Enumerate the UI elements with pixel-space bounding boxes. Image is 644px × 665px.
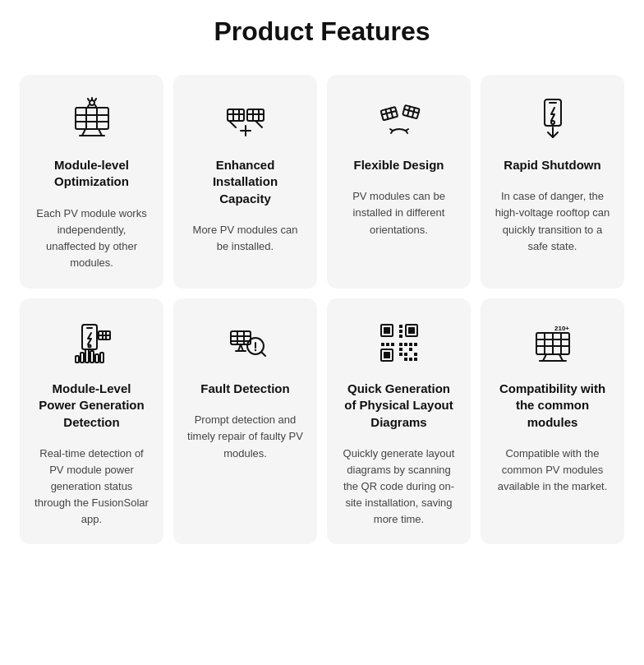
svg-rect-81: [414, 358, 417, 361]
svg-line-27: [381, 111, 395, 115]
card-fault-detection-title: Fault Detection: [200, 381, 289, 397]
svg-rect-83: [399, 330, 402, 333]
features-grid: Module-level Optimization Each PV module…: [16, 72, 628, 547]
card-quick-generation-desc: Quickly generate layout diagrams by scan…: [340, 446, 458, 529]
svg-point-8: [90, 100, 94, 105]
enhanced-install-icon: [221, 95, 270, 144]
module-optimize-icon: [67, 95, 117, 144]
card-module-level-power-title: Module-Level Power Generation Detection: [33, 381, 150, 431]
card-fault-detection: Fault Detection Prompt detection and tim…: [173, 298, 317, 544]
svg-point-40: [88, 345, 90, 348]
card-module-level-optimization-desc: Each PV module works independently, unaf…: [33, 206, 150, 272]
svg-rect-72: [409, 343, 412, 346]
svg-line-11: [95, 105, 96, 107]
svg-rect-70: [399, 343, 402, 346]
rapid-shutdown-icon: [528, 95, 577, 144]
svg-rect-46: [76, 356, 79, 363]
svg-line-5: [82, 129, 85, 136]
svg-rect-71: [404, 343, 407, 346]
svg-rect-65: [384, 327, 390, 334]
card-quick-generation-title: Quick Generation of Physical Layout Diag…: [340, 381, 458, 431]
svg-line-25: [255, 121, 262, 127]
svg-rect-85: [381, 343, 384, 346]
svg-line-63: [261, 352, 265, 356]
card-enhanced-installation-desc: More PV modules can be installed.: [186, 222, 304, 255]
card-enhanced-installation: Enhanced Installation Capacity More PV m…: [173, 75, 317, 289]
layout-diagram-icon: [375, 318, 424, 367]
fault-detect-icon: [221, 318, 270, 367]
svg-line-6: [99, 129, 102, 136]
flexible-design-icon: [375, 95, 424, 144]
svg-rect-67: [408, 327, 415, 334]
card-compatibility-desc: Compatible with the common PV modules av…: [494, 446, 611, 495]
card-fault-detection-desc: Prompt detection and timely repair of fa…: [186, 412, 304, 461]
svg-line-10: [95, 99, 96, 100]
card-quick-generation: Quick Generation of Physical Layout Diag…: [327, 298, 471, 544]
svg-line-94: [543, 354, 546, 361]
svg-rect-48: [85, 349, 89, 363]
compatibility-icon: 210+: [528, 318, 577, 367]
svg-point-62: [254, 349, 255, 351]
card-rapid-shutdown-desc: In case of danger, the high-voltage roof…: [494, 188, 611, 255]
card-module-level-power-desc: Real-time detection of PV module power g…: [33, 446, 150, 529]
card-compatibility: 210+ Compatibility with the common modul…: [481, 298, 624, 544]
card-rapid-shutdown: Rapid Shutdown In case of danger, the hi…: [481, 75, 624, 289]
page-title: Product Features: [16, 16, 628, 47]
svg-rect-84: [399, 335, 402, 338]
svg-rect-87: [391, 343, 394, 346]
svg-rect-75: [409, 348, 412, 351]
svg-line-31: [403, 109, 417, 113]
svg-rect-49: [90, 351, 94, 363]
svg-line-13: [88, 105, 89, 107]
card-compatibility-title: Compatibility with the common modules: [494, 381, 611, 431]
svg-rect-78: [414, 353, 417, 356]
card-module-level-optimization-title: Module-level Optimization: [33, 157, 150, 191]
power-detection-icon: [67, 318, 117, 367]
svg-line-58: [241, 344, 243, 351]
svg-rect-76: [399, 353, 402, 356]
svg-rect-80: [409, 358, 412, 361]
svg-rect-77: [404, 353, 407, 356]
svg-rect-86: [386, 343, 389, 346]
card-flexible-design-title: Flexible Design: [353, 157, 444, 173]
svg-line-12: [88, 99, 89, 100]
svg-rect-0: [76, 108, 108, 129]
card-flexible-design: Flexible Design PV modules can be instal…: [327, 75, 471, 289]
svg-text:210+: 210+: [554, 325, 569, 332]
svg-rect-51: [100, 353, 104, 363]
svg-rect-74: [399, 348, 402, 351]
svg-rect-69: [384, 352, 390, 358]
svg-rect-79: [404, 358, 407, 361]
svg-rect-50: [95, 354, 99, 363]
card-enhanced-installation-title: Enhanced Installation Capacity: [186, 157, 304, 207]
card-module-level-optimization: Module-level Optimization Each PV module…: [20, 75, 163, 289]
svg-line-95: [559, 354, 563, 361]
svg-rect-47: [80, 353, 84, 363]
card-rapid-shutdown-title: Rapid Shutdown: [504, 157, 600, 173]
svg-rect-73: [414, 343, 417, 346]
card-flexible-design-desc: PV modules can be installed in different…: [340, 188, 458, 238]
svg-line-24: [229, 121, 236, 127]
svg-rect-82: [399, 325, 402, 328]
card-module-level-power: Module-Level Power Generation Detection …: [20, 298, 163, 544]
